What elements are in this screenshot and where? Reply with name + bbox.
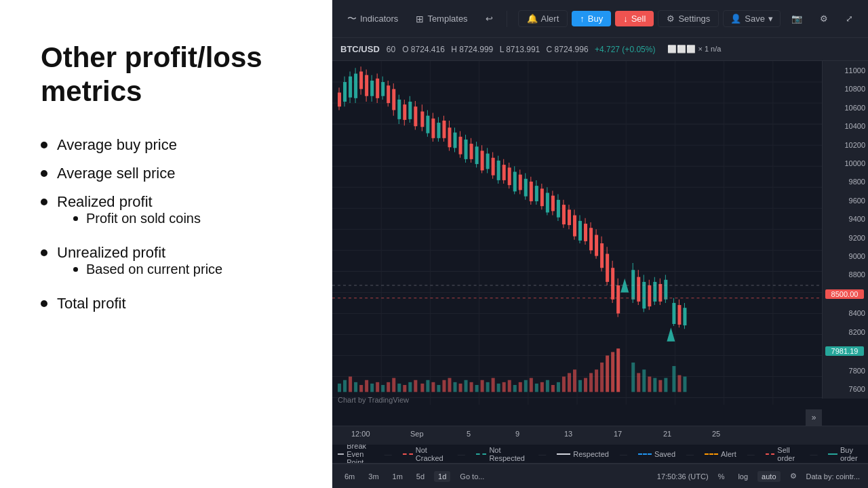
svg-rect-153 [343, 380, 347, 392]
legend-line [338, 453, 344, 455]
price-level: 10800 [825, 85, 865, 93]
svg-rect-177 [475, 385, 479, 392]
bullet-dot [41, 300, 47, 307]
svg-rect-210 [664, 378, 667, 392]
price-level: 9200 [825, 234, 865, 242]
settings2-button[interactable]: ⚙ [813, 10, 835, 27]
price-scale: 11000 10800 10600 10400 10200 10000 9800… [822, 61, 868, 399]
svg-rect-78 [481, 150, 484, 170]
price-level: 10600 [825, 104, 865, 112]
bell-icon: 🔔 [527, 14, 538, 24]
fullscreen-button[interactable]: 📷 [785, 10, 809, 27]
price-level: 10400 [825, 122, 865, 130]
svg-rect-179 [486, 382, 490, 392]
expand-icon: ⤢ [846, 14, 853, 24]
svg-rect-209 [658, 380, 662, 392]
chart-area[interactable]: 11000 10800 10600 10400 10200 10000 9800… [332, 61, 868, 426]
svg-rect-199 [595, 369, 598, 392]
timeframe-1d-button[interactable]: 1d [434, 471, 450, 482]
alert-button[interactable]: 🔔 Alert [518, 10, 568, 27]
svg-rect-200 [600, 363, 604, 392]
pct-button[interactable]: % [714, 471, 729, 482]
svg-rect-193 [562, 377, 566, 392]
expand-button[interactable]: ⤢ [839, 10, 860, 27]
sub-bullet-list: Profit on sold coins [73, 211, 201, 226]
price-level: 9600 [825, 197, 865, 205]
legend-item: Sell order [766, 446, 800, 462]
timeframe-3m-button[interactable]: 3m [364, 471, 382, 482]
settings2-icon: ⚙ [820, 14, 828, 24]
legend-item: Buy order [828, 446, 862, 462]
sell-button[interactable]: ↓ Sell [615, 11, 654, 26]
price-level: 8200 [825, 328, 865, 336]
time-axis: 12:00 Sep 5 9 13 17 21 25 [332, 426, 868, 445]
svg-rect-192 [557, 382, 560, 392]
price-level: 8800 [825, 270, 865, 279]
bullet-dot [41, 170, 47, 177]
svg-rect-165 [408, 382, 412, 392]
sub-bullet-dot [73, 216, 78, 221]
legend-line [828, 453, 837, 455]
close-price: C 8724.996 [547, 45, 593, 54]
sub-bullet-text: Profit on sold coins [86, 211, 201, 226]
low-price: L 8713.991 [500, 45, 545, 54]
indicators-button[interactable]: 〜 Indicators [340, 9, 405, 28]
svg-rect-82 [492, 158, 495, 176]
goto-button[interactable]: Go to... [456, 471, 488, 482]
log-button[interactable]: log [734, 471, 752, 482]
price-level: 9400 [825, 215, 865, 223]
svg-rect-198 [589, 373, 593, 392]
utc-time: 17:50:36 (UTC) [657, 472, 709, 481]
price-bar: BTC/USD 60 O 8724.416 H 8724.999 L 8713.… [332, 38, 868, 61]
price-level: 10200 [825, 141, 865, 149]
save-button[interactable]: 👤 Save ▾ [723, 10, 781, 27]
legend-item: Saved [638, 450, 675, 458]
svg-rect-181 [497, 384, 500, 392]
chart-toolbar: 〜 Indicators ⊞ Templates ↩ 🔔 Alert ↑ Buy… [332, 0, 868, 38]
collapse-button[interactable]: » [806, 409, 822, 426]
svg-rect-143 [664, 280, 667, 300]
legend-separator: — [384, 450, 392, 458]
timeframe-1m-button[interactable]: 1m [389, 471, 407, 482]
sub-list-item: Profit on sold coins [73, 211, 201, 226]
toolbar-right: 🔔 Alert ↑ Buy ↓ Sell ⚙ Settings 👤 Save ▾ [518, 10, 860, 27]
bullet-dot [41, 142, 47, 148]
svg-rect-148 [677, 305, 681, 325]
timeframe-5d-button[interactable]: 5d [412, 471, 429, 482]
list-item: Unrealized profit Based on current price [41, 244, 292, 284]
svg-rect-213 [683, 377, 686, 392]
svg-rect-120 [595, 235, 598, 256]
svg-rect-182 [502, 382, 506, 392]
undo-button[interactable]: ↩ [479, 10, 500, 27]
time-label-5: 5 [467, 430, 471, 438]
svg-rect-155 [354, 382, 357, 392]
svg-rect-26 [338, 93, 341, 107]
svg-rect-28 [343, 82, 347, 102]
legend-label: Not Cracked [416, 446, 447, 462]
toolbar-divider [507, 11, 507, 27]
svg-rect-160 [381, 385, 384, 392]
auto-button[interactable]: auto [757, 471, 780, 482]
buy-button[interactable]: ↑ Buy [572, 11, 611, 26]
timeframe-6m-button[interactable]: 6m [340, 471, 359, 482]
svg-rect-212 [677, 375, 681, 392]
legend-item: Not Respected [476, 446, 528, 462]
time-label-25: 25 [712, 430, 720, 438]
alert-label: Alert [541, 14, 559, 24]
legend-label: Saved [654, 450, 675, 458]
time-label-sep: Sep [410, 430, 424, 438]
templates-label: Templates [427, 14, 467, 24]
svg-rect-197 [584, 378, 587, 392]
settings3-button[interactable]: ⚙ [786, 470, 801, 482]
svg-rect-168 [426, 380, 429, 392]
svg-rect-206 [642, 369, 646, 392]
svg-rect-161 [387, 382, 390, 392]
sub-bullet-dot [73, 267, 78, 272]
price-level: 7800 [825, 367, 865, 375]
chart-panel: 〜 Indicators ⊞ Templates ↩ 🔔 Alert ↑ Buy… [332, 0, 868, 488]
svg-rect-48 [397, 100, 401, 119]
bullet-text: Average buy price [57, 136, 177, 154]
settings-button[interactable]: ⚙ Settings [658, 10, 719, 27]
templates-button[interactable]: ⊞ Templates [409, 10, 474, 28]
svg-rect-201 [606, 356, 609, 392]
